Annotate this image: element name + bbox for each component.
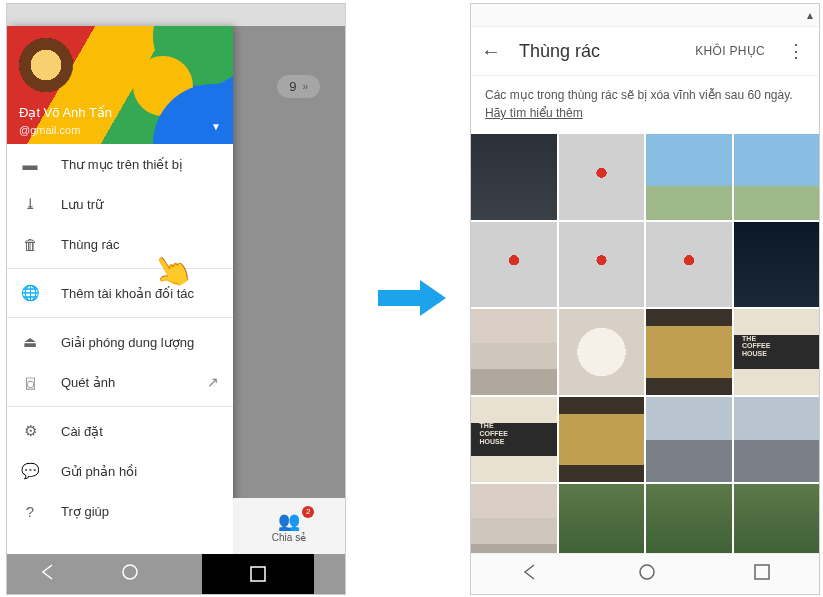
trash-info-text: Các mục trong thùng rác sẽ bị xóa vĩnh v…: [471, 76, 819, 134]
free-space-icon: ⏏: [21, 333, 39, 351]
external-link-icon: ↗: [207, 374, 219, 390]
trash-icon: 🗑: [21, 236, 39, 253]
trash-photo-thumb[interactable]: [646, 134, 732, 220]
trash-photo-thumb[interactable]: [734, 309, 820, 395]
menu-label: Thư mục trên thiết bị: [61, 157, 183, 172]
trash-photo-thumb[interactable]: [734, 397, 820, 483]
trash-photo-thumb[interactable]: [646, 397, 732, 483]
menu-scan-photos[interactable]: ⌼ Quét ảnh ↗: [7, 362, 233, 402]
svg-point-0: [123, 565, 137, 579]
divider: [7, 406, 233, 407]
bottom-tab-strip: 👥 2 Chia sẻ: [233, 498, 345, 554]
menu-label: Lưu trữ: [61, 197, 103, 212]
restore-button[interactable]: KHÔI PHỤC: [695, 44, 765, 58]
trash-photo-thumb[interactable]: [471, 222, 557, 308]
trash-photo-thumb[interactable]: [646, 222, 732, 308]
divider: [7, 268, 233, 269]
avatar[interactable]: [19, 38, 73, 92]
trash-photo-thumb[interactable]: [559, 222, 645, 308]
trash-photo-thumb[interactable]: [471, 134, 557, 220]
scan-icon: ⌼: [21, 374, 39, 391]
menu-free-space[interactable]: ⏏ Giải phóng dung lượng: [7, 322, 233, 362]
info-text-body: Các mục trong thùng rác sẽ bị xóa vĩnh v…: [485, 88, 793, 102]
menu-label: Cài đặt: [61, 424, 103, 439]
navigation-drawer: Đạt Võ Anh Tấn @gmail.com ▼ ▬ Thư mục tr…: [7, 26, 233, 554]
menu-label: Giải phóng dung lượng: [61, 335, 194, 350]
menu-device-folders[interactable]: ▬ Thư mục trên thiết bị: [7, 144, 233, 184]
left-phone-screen: ⏰ 🔄 4G 📶 ▮ 🔋 65% 15:32 9 » Đạt Võ Anh Tấ…: [6, 3, 346, 595]
signal-icon: ▴: [807, 8, 813, 22]
gear-icon: ⚙: [21, 422, 39, 440]
menu-partner-account[interactable]: 🌐 Thêm tài khoản đối tác: [7, 273, 233, 313]
app-bar: ← Thùng rác KHÔI PHỤC ⋮: [471, 27, 819, 76]
drawer-menu: ▬ Thư mục trên thiết bị ⤓ Lưu trữ 🗑 Thùn…: [7, 144, 233, 554]
trash-photo-thumb[interactable]: [734, 222, 820, 308]
menu-label: Trợ giúp: [61, 504, 109, 519]
menu-archive[interactable]: ⤓ Lưu trữ: [7, 184, 233, 224]
nav-recents-button[interactable]: [754, 564, 770, 584]
trash-photo-thumb[interactable]: [559, 397, 645, 483]
menu-label: Quét ảnh: [61, 375, 115, 390]
tab-shared[interactable]: 👥 2 Chia sẻ: [272, 510, 306, 543]
trash-photo-grid: [471, 134, 819, 595]
menu-feedback[interactable]: 💬 Gửi phản hồi: [7, 451, 233, 491]
trash-photo-thumb[interactable]: [471, 309, 557, 395]
menu-label: Thùng rác: [61, 237, 120, 252]
svg-point-2: [640, 565, 654, 579]
tab-shared-label: Chia sẻ: [272, 532, 306, 543]
people-icon: 👥: [278, 510, 300, 532]
help-icon: ?: [21, 503, 39, 520]
menu-settings[interactable]: ⚙ Cài đặt: [7, 411, 233, 451]
back-button[interactable]: ←: [481, 40, 501, 63]
transition-arrow-icon: [378, 280, 448, 316]
trash-photo-thumb[interactable]: [559, 309, 645, 395]
trash-photo-thumb[interactable]: [646, 309, 732, 395]
nav-home-button[interactable]: [637, 562, 657, 586]
nav-recents-button[interactable]: [202, 554, 315, 594]
globe-icon: 🌐: [21, 284, 39, 302]
menu-trash[interactable]: 🗑 Thùng rác: [7, 224, 233, 264]
drawer-header: Đạt Võ Anh Tấn @gmail.com ▼: [7, 26, 233, 144]
status-bar: ▴: [471, 4, 819, 27]
account-switch-chevron-icon[interactable]: ▼: [211, 121, 221, 132]
right-phone-screen: ▴ ← Thùng rác KHÔI PHỤC ⋮ Các mục trong …: [470, 3, 820, 595]
nav-back-button[interactable]: [38, 562, 58, 586]
divider: [7, 317, 233, 318]
nav-home-button[interactable]: [120, 562, 140, 586]
svg-rect-3: [755, 565, 769, 579]
menu-help[interactable]: ? Trợ giúp: [7, 491, 233, 531]
tab-shared-badge: 2: [302, 506, 314, 518]
archive-icon: ⤓: [21, 195, 39, 213]
system-nav-bar: [471, 553, 819, 594]
user-email: @gmail.com: [19, 124, 80, 136]
more-options-button[interactable]: ⋮: [783, 40, 809, 62]
trash-photo-thumb[interactable]: [734, 134, 820, 220]
trash-photo-thumb[interactable]: [471, 397, 557, 483]
system-nav-bar: [7, 554, 345, 594]
drawer-shade[interactable]: [233, 26, 345, 554]
svg-rect-1: [251, 567, 265, 581]
folder-icon: ▬: [21, 156, 39, 173]
user-name: Đạt Võ Anh Tấn: [19, 105, 112, 120]
menu-label: Gửi phản hồi: [61, 464, 137, 479]
nav-back-button[interactable]: [520, 562, 540, 586]
trash-photo-thumb[interactable]: [559, 134, 645, 220]
feedback-icon: 💬: [21, 462, 39, 480]
page-title: Thùng rác: [519, 41, 600, 62]
learn-more-link[interactable]: Hãy tìm hiểu thêm: [485, 106, 583, 120]
